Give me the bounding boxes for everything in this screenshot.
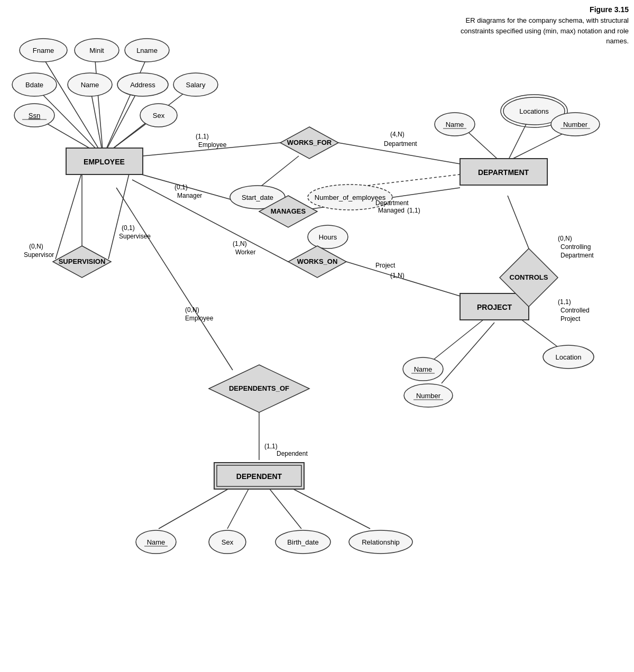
svg-text:Number: Number: [416, 392, 441, 400]
svg-text:Birth_date: Birth_date: [287, 538, 318, 546]
svg-text:Hours: Hours: [319, 233, 337, 241]
svg-text:(1,1): (1,1): [264, 443, 278, 450]
svg-text:(0,N): (0,N): [29, 243, 43, 250]
svg-text:DEPENDENT: DEPENDENT: [236, 472, 282, 481]
diagram-container: Figure 3.15 ER diagrams for the company …: [0, 0, 634, 672]
svg-line-16: [56, 172, 82, 259]
svg-text:Name: Name: [414, 365, 433, 373]
svg-line-23: [508, 196, 529, 248]
svg-text:(0,N): (0,N): [185, 306, 199, 314]
svg-text:CONTROLS: CONTROLS: [510, 273, 548, 281]
svg-text:Fname: Fname: [33, 47, 54, 54]
svg-line-17: [108, 172, 130, 259]
svg-text:Department: Department: [375, 199, 409, 207]
svg-text:(1,1): (1,1): [407, 207, 420, 214]
svg-text:SUPERVISION: SUPERVISION: [59, 257, 106, 265]
svg-text:Lname: Lname: [136, 47, 158, 54]
svg-text:(0,1): (0,1): [122, 224, 135, 232]
svg-text:Controlling: Controlling: [561, 243, 591, 251]
svg-line-13: [259, 156, 299, 188]
svg-line-30: [518, 317, 561, 349]
svg-text:Relationship: Relationship: [362, 538, 400, 546]
svg-text:Minit: Minit: [89, 47, 104, 54]
svg-line-34: [288, 486, 370, 529]
svg-text:Location: Location: [555, 353, 581, 361]
svg-text:Controlled: Controlled: [561, 307, 590, 314]
svg-line-28: [434, 317, 486, 360]
svg-text:Ssn: Ssn: [29, 112, 40, 119]
svg-line-33: [270, 489, 301, 529]
svg-text:Sex: Sex: [222, 538, 234, 546]
svg-text:WORKS_FOR: WORKS_FOR: [287, 139, 332, 146]
svg-text:Dependent: Dependent: [277, 450, 308, 457]
svg-text:Start_date: Start_date: [242, 194, 273, 201]
svg-text:Supervisor: Supervisor: [24, 251, 54, 259]
svg-text:DEPARTMENT: DEPARTMENT: [478, 168, 529, 177]
svg-text:Sex: Sex: [153, 112, 165, 119]
svg-text:Bdate: Bdate: [25, 81, 43, 89]
svg-text:(1,1): (1,1): [196, 133, 209, 140]
svg-text:Worker: Worker: [235, 248, 255, 256]
svg-text:(0,1): (0,1): [174, 183, 188, 191]
svg-text:(4,N): (4,N): [390, 131, 405, 138]
svg-line-21: [116, 188, 233, 370]
svg-text:Salary: Salary: [186, 81, 206, 89]
svg-text:Name: Name: [147, 538, 166, 546]
svg-line-31: [159, 486, 233, 529]
er-diagram-svg: Fname Minit Lname Bdate Name Address Sal…: [0, 0, 634, 672]
svg-text:DEPENDENTS_OF: DEPENDENTS_OF: [229, 384, 289, 392]
svg-text:Department: Department: [384, 140, 417, 148]
svg-line-32: [227, 489, 249, 529]
svg-text:Manager: Manager: [177, 192, 202, 199]
svg-text:Department: Department: [561, 252, 594, 259]
svg-text:Employee: Employee: [198, 141, 227, 149]
svg-text:Supervisee: Supervisee: [119, 233, 151, 240]
svg-text:Name: Name: [81, 81, 99, 89]
svg-text:(1,N): (1,N): [233, 240, 247, 247]
svg-text:PROJECT: PROJECT: [477, 303, 512, 311]
svg-text:Locations: Locations: [519, 107, 549, 115]
svg-text:MANAGES: MANAGES: [271, 207, 306, 215]
svg-text:EMPLOYEE: EMPLOYEE: [84, 158, 125, 166]
svg-text:(1,1): (1,1): [558, 298, 571, 306]
svg-text:WORKS_ON: WORKS_ON: [297, 257, 338, 265]
svg-text:Employee: Employee: [185, 315, 214, 322]
svg-line-26: [465, 130, 497, 159]
svg-text:(0,N): (0,N): [558, 235, 572, 242]
svg-text:Address: Address: [130, 81, 155, 89]
svg-text:Managed: Managed: [378, 207, 405, 214]
svg-line-5: [103, 86, 140, 156]
svg-text:Name: Name: [446, 121, 464, 128]
svg-text:Project: Project: [375, 262, 396, 269]
svg-text:(1,N): (1,N): [390, 272, 405, 279]
svg-text:Project: Project: [561, 315, 581, 323]
svg-text:Number: Number: [563, 121, 588, 128]
